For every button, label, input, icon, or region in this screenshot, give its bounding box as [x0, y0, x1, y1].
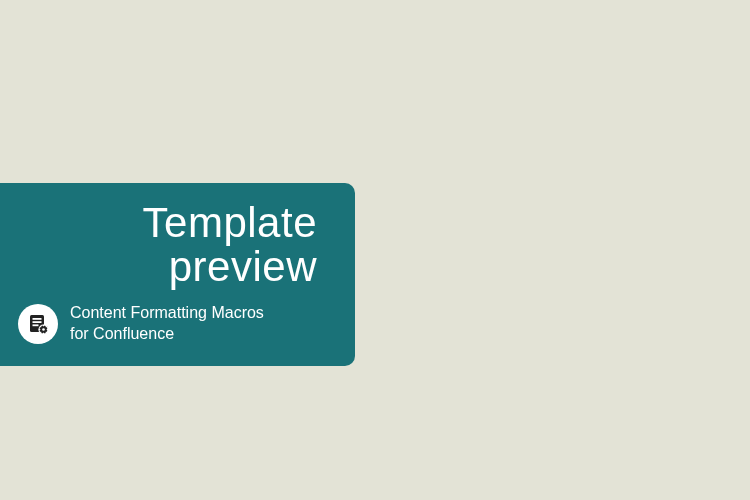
subtitle-line-2: for Confluence [70, 325, 174, 342]
svg-line-10 [40, 326, 41, 327]
svg-rect-2 [33, 321, 42, 323]
title-line-1: Template [143, 199, 317, 246]
svg-rect-3 [33, 324, 39, 326]
svg-line-13 [40, 332, 41, 333]
subtitle-row: Content Formatting Macros for Confluence [18, 303, 327, 345]
document-gear-icon [18, 304, 58, 344]
svg-line-11 [46, 332, 47, 333]
svg-rect-1 [33, 318, 42, 320]
title-line-2: preview [169, 243, 317, 290]
card-subtitle: Content Formatting Macros for Confluence [70, 303, 264, 345]
subtitle-line-1: Content Formatting Macros [70, 304, 264, 321]
svg-line-12 [46, 326, 47, 327]
template-preview-card: Template preview Content Form [0, 183, 355, 366]
svg-point-5 [42, 328, 45, 331]
card-title: Template preview [18, 201, 327, 289]
